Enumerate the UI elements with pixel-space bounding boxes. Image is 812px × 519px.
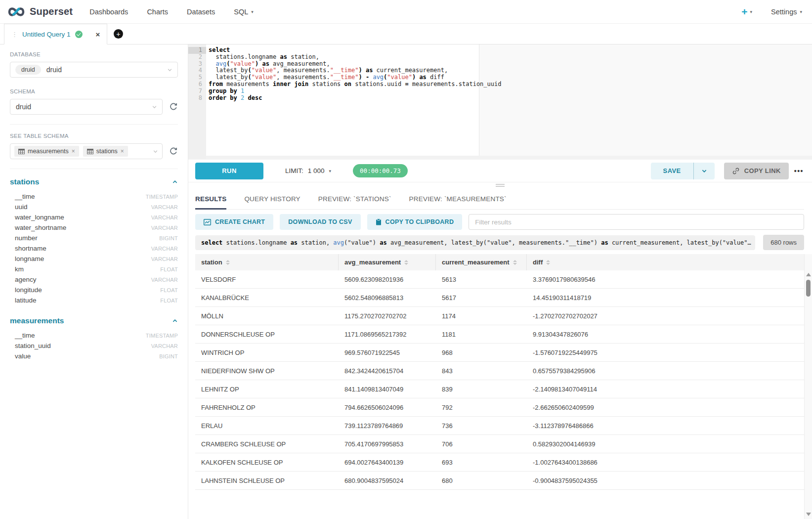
schema-select[interactable]: druid — [10, 99, 163, 115]
copy-to-clipboard-button[interactable]: COPY TO CLIPBOARD — [367, 214, 463, 230]
code-line: group by 1 — [209, 88, 501, 95]
nav-item-datasets[interactable]: Datasets — [187, 8, 215, 16]
new-item-menu[interactable]: + ▾ — [741, 6, 752, 17]
table-chip-label: stations — [96, 148, 118, 155]
table-cell: CRAMBERG SCHLEUSE OP — [195, 440, 339, 448]
database-select[interactable]: druid druid — [10, 62, 178, 78]
save-split-button: SAVE — [651, 163, 715, 179]
column-header-station[interactable]: station — [195, 254, 339, 270]
table-row: FAHRENHOLZ OP794.6626506024096792-2.6626… — [195, 398, 804, 417]
editor-code[interactable]: select stations.longname as station, avg… — [206, 44, 501, 159]
table-chip-stations[interactable]: stations× — [83, 146, 128, 157]
drag-grip-icon: ⋮ — [11, 31, 18, 38]
database-label: DATABASE — [10, 51, 178, 57]
table-row: WINTRICH OP969.576071922545968-1.5760719… — [195, 344, 804, 362]
query-preview-row: select stations.longname as station, avg… — [195, 235, 804, 250]
tab-results[interactable]: RESULTS — [195, 195, 226, 209]
code-line: order by 2 desc — [209, 95, 501, 102]
table-chip-measurements[interactable]: measurements× — [14, 146, 79, 157]
table-cell: 969.576071922545 — [339, 349, 436, 356]
table-cell: 680 — [436, 477, 527, 484]
table-row: NIEDERFINOW SHW OP842.34244206157048430.… — [195, 362, 804, 380]
table-cell: 14.45190311418719 — [527, 294, 804, 302]
copy-link-button[interactable]: COPY LINK — [724, 163, 789, 179]
table-cell: 693 — [436, 459, 527, 466]
column-type: VARCHAR — [151, 204, 178, 210]
sort-icon[interactable] — [513, 260, 517, 265]
schema-value: druid — [16, 103, 31, 111]
button-label: CREATE CHART — [215, 218, 265, 225]
table-row: KALKOFEN SCHLEUSE OP694.0027643400139693… — [195, 453, 804, 472]
sort-icon[interactable] — [226, 260, 230, 265]
link-icon — [732, 167, 740, 175]
sql-editor[interactable]: 12345678 select stations.longname as sta… — [188, 44, 812, 159]
scrollbar-thumb[interactable] — [806, 280, 811, 297]
column-row: station_uuidVARCHAR — [10, 341, 178, 351]
column-type: VARCHAR — [151, 215, 178, 220]
table-row: LEHNITZ OP841.1409813407049839-2.1409813… — [195, 380, 804, 398]
refresh-tables-icon[interactable] — [169, 147, 178, 156]
table-name[interactable]: stations — [10, 177, 39, 186]
chevron-down-icon — [152, 104, 157, 110]
superset-logo[interactable]: Superset — [7, 5, 73, 18]
scroll-up-icon[interactable] — [806, 273, 811, 276]
chevron-up-icon[interactable] — [172, 179, 178, 185]
table-cell: 794.6626506024096 — [339, 404, 436, 411]
schema-table-measurements: measurements__timeTIMESTAMPstation_uuidV… — [10, 316, 178, 361]
table-cell: DONNERSCHLEUSE OP — [195, 331, 339, 338]
tab-query-history[interactable]: QUERY HISTORY — [244, 195, 300, 209]
tab-untitled-query-1[interactable]: ⋮ Untitled Query 1 × — [4, 24, 107, 44]
sort-icon[interactable] — [546, 260, 550, 265]
close-tab-icon[interactable]: × — [96, 30, 100, 39]
limit-dropdown[interactable]: LIMIT: 1 000 ▾ — [285, 167, 331, 174]
table-schema-select[interactable]: measurements×stations× — [10, 143, 163, 159]
column-row: __timeTIMESTAMP — [10, 191, 178, 202]
filter-results-input[interactable] — [469, 214, 804, 230]
table-name[interactable]: measurements — [10, 316, 64, 325]
tab-preview-stations[interactable]: PREVIEW: `STATIONS` — [318, 195, 391, 209]
table-schema-list: stations__timeTIMESTAMPuuidVARCHARwater_… — [10, 177, 178, 361]
nav-item-dashboards[interactable]: Dashboards — [89, 8, 128, 16]
scroll-down-icon[interactable] — [806, 513, 811, 516]
pane-splitter[interactable] — [188, 182, 812, 187]
table-cell: 705.4170697995853 — [339, 440, 436, 448]
chevron-up-icon[interactable] — [172, 318, 178, 324]
database-value: druid — [46, 66, 62, 74]
column-header-avg-measurement[interactable]: avg_measurement — [339, 254, 436, 270]
table-cell: 1171.0869565217392 — [339, 331, 436, 338]
settings-label: Settings — [771, 8, 797, 16]
refresh-schemas-icon[interactable] — [169, 102, 178, 111]
plus-icon: + — [741, 6, 747, 17]
table-cell: -2.662650602409599 — [527, 404, 804, 411]
remove-table-icon[interactable]: × — [72, 148, 75, 155]
column-header-current-measurement[interactable]: current_measurement — [436, 254, 527, 270]
sql-editor-pane: 12345678 select stations.longname as sta… — [188, 44, 812, 519]
code-line: latest_by("value", measurements."__time"… — [209, 74, 501, 81]
print-margin — [479, 44, 812, 156]
nav-item-charts[interactable]: Charts — [147, 8, 168, 16]
save-options-button[interactable] — [693, 163, 715, 179]
sort-icon[interactable] — [404, 260, 408, 265]
save-button[interactable]: SAVE — [651, 163, 693, 179]
column-name: water_shortname — [15, 224, 66, 231]
more-actions-button[interactable]: ••• — [794, 167, 804, 175]
nav-right: + ▾ Settings ▾ — [741, 6, 802, 17]
download-to-csv-button[interactable]: DOWNLOAD TO CSV — [280, 214, 360, 230]
column-header-diff[interactable]: diff — [527, 254, 804, 270]
query-tabstrip: ⋮ Untitled Query 1 × + — [0, 24, 812, 44]
line-number: 5 — [188, 74, 206, 81]
settings-menu[interactable]: Settings ▾ — [771, 8, 802, 16]
tab-preview-measurements[interactable]: PREVIEW: `MEASUREMENTS` — [409, 195, 507, 209]
column-name: shortname — [15, 245, 46, 252]
column-name: latitude — [15, 297, 37, 304]
results-scrollbar[interactable] — [804, 254, 812, 519]
table-cell: 5613 — [436, 276, 527, 283]
remove-table-icon[interactable]: × — [121, 148, 124, 155]
run-button[interactable]: RUN — [195, 163, 263, 179]
new-tab-button[interactable]: + — [107, 24, 129, 44]
column-type: FLOAT — [160, 298, 178, 303]
brand-name: Superset — [30, 6, 73, 17]
nav-item-sql[interactable]: SQL▾ — [234, 8, 254, 16]
line-number: 8 — [188, 95, 206, 102]
create-chart-button[interactable]: CREATE CHART — [195, 214, 273, 230]
